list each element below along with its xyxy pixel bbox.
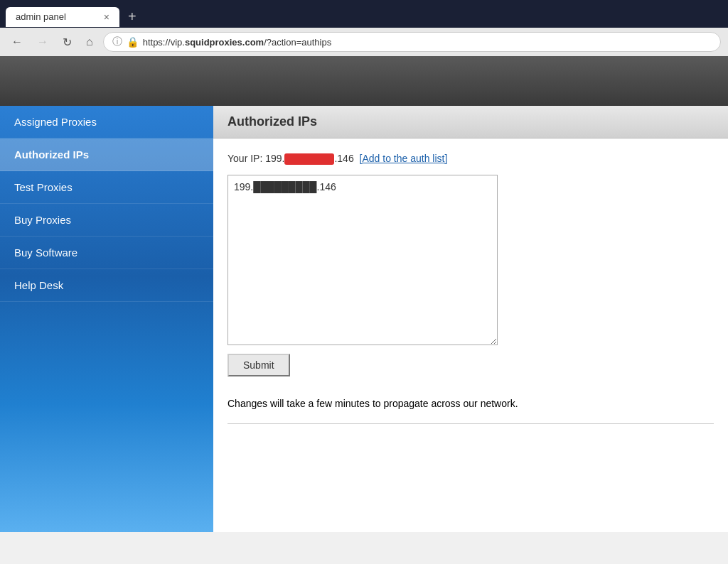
reload-button[interactable]: ↻ xyxy=(58,34,76,50)
back-button[interactable]: ← xyxy=(7,34,27,50)
main-layout: Assigned Proxies Authorized IPs Test Pro… xyxy=(0,106,728,532)
sidebar-item-help-desk[interactable]: Help Desk xyxy=(0,269,213,302)
content-header: Authorized IPs xyxy=(213,106,728,139)
sidebar-item-test-proxies[interactable]: Test Proxies xyxy=(0,171,213,204)
your-ip-suffix: .146 xyxy=(334,153,353,164)
active-tab[interactable]: admin panel × xyxy=(6,7,119,27)
info-icon: ⓘ xyxy=(112,36,122,48)
sidebar-item-assigned-proxies[interactable]: Assigned Proxies xyxy=(0,106,213,139)
sidebar-item-buy-proxies[interactable]: Buy Proxies xyxy=(0,204,213,237)
ip-textarea[interactable]: 199.​​​​​​​​​.146 xyxy=(228,175,498,345)
tab-bar: admin panel × + xyxy=(6,6,722,28)
new-tab-button[interactable]: + xyxy=(122,6,142,28)
sidebar: Assigned Proxies Authorized IPs Test Pro… xyxy=(0,106,213,532)
your-ip-line: Your IP: 199. .146 [Add to the auth list… xyxy=(228,153,714,165)
address-bar[interactable]: ⓘ 🔒 https://vip.squidproxies.com/?action… xyxy=(103,32,721,52)
add-to-auth-list-link[interactable]: [Add to the auth list] xyxy=(360,153,448,164)
nav-bar: ← → ↻ ⌂ ⓘ 🔒 https://vip.squidproxies.com… xyxy=(0,28,728,56)
app-header-banner xyxy=(0,56,728,106)
submit-button[interactable]: Submit xyxy=(228,354,290,376)
sidebar-item-authorized-ips[interactable]: Authorized IPs xyxy=(0,139,213,171)
content-area: Authorized IPs Your IP: 199. .146 [Add t… xyxy=(213,106,728,532)
your-ip-label: Your IP: 199. xyxy=(228,153,284,164)
content-footer-divider xyxy=(228,423,714,424)
propagate-note: Changes will take a few minutes to propa… xyxy=(228,398,714,409)
forward-button[interactable]: → xyxy=(33,34,53,50)
tab-title: admin panel xyxy=(16,11,66,22)
tab-close-button[interactable]: × xyxy=(104,11,109,23)
home-button[interactable]: ⌂ xyxy=(82,34,97,50)
redacted-ip-part xyxy=(284,153,334,165)
sidebar-item-buy-software[interactable]: Buy Software xyxy=(0,237,213,269)
address-url: https://vip.squidproxies.com/?action=aut… xyxy=(143,37,712,48)
content-body: Your IP: 199. .146 [Add to the auth list… xyxy=(213,139,728,438)
lock-icon: 🔒 xyxy=(127,36,139,48)
browser-chrome: admin panel × + xyxy=(0,0,728,28)
